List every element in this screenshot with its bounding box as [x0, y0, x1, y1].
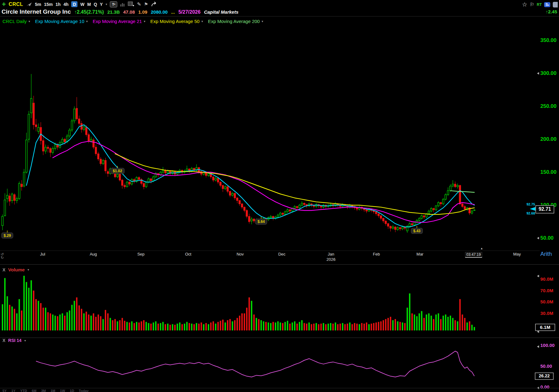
- timeframe-15m[interactable]: 15m: [44, 2, 53, 7]
- candle-up[interactable]: [153, 177, 154, 181]
- candle-down[interactable]: [86, 127, 87, 135]
- candle-up[interactable]: [54, 145, 56, 149]
- candle-up[interactable]: [73, 109, 75, 121]
- candle-up[interactable]: [215, 178, 217, 180]
- candle-up[interactable]: [11, 194, 13, 201]
- candle-down[interactable]: [229, 191, 231, 195]
- candle-down[interactable]: [35, 125, 37, 127]
- candle-down[interactable]: [88, 135, 90, 141]
- candle-up[interactable]: [438, 203, 439, 206]
- candle-up[interactable]: [442, 199, 444, 204]
- candle-up[interactable]: [232, 193, 233, 195]
- candle-down[interactable]: [380, 216, 382, 218]
- candle-up[interactable]: [45, 147, 46, 151]
- timeframe-monthly[interactable]: M: [87, 2, 91, 7]
- candle-up[interactable]: [7, 195, 8, 199]
- legend-ema10[interactable]: Exp Moving Average 10▾: [35, 19, 88, 24]
- candle-down[interactable]: [97, 154, 99, 159]
- candle-down[interactable]: [296, 206, 298, 208]
- range-shortcut-3m[interactable]: 3M: [41, 389, 46, 392]
- candle-up[interactable]: [145, 182, 147, 187]
- candle-down[interactable]: [464, 206, 466, 209]
- candle-down[interactable]: [462, 204, 463, 206]
- scale-mode-label[interactable]: Arith: [540, 251, 552, 257]
- flag-outline-icon[interactable]: ⚐: [530, 2, 534, 7]
- chart-canvas[interactable]: $.29$1.02$.64$.43: [0, 0, 559, 392]
- timeframe-4h[interactable]: 4h: [63, 2, 68, 7]
- scroll-latest-icon[interactable]: ▲: [480, 247, 483, 250]
- ticker-symbol[interactable]: CRCL: [9, 2, 23, 7]
- candle-up[interactable]: [418, 218, 420, 220]
- candle-down[interactable]: [95, 147, 97, 154]
- candle-up[interactable]: [167, 171, 169, 173]
- candle-up[interactable]: [402, 227, 403, 229]
- range-shortcut-5y[interactable]: 5Y: [2, 389, 7, 392]
- candle-down[interactable]: [78, 119, 80, 123]
- candle-down[interactable]: [383, 218, 384, 221]
- candle-up[interactable]: [299, 205, 300, 208]
- candle-up[interactable]: [471, 211, 473, 213]
- candle-down[interactable]: [385, 221, 386, 224]
- candle-up[interactable]: [421, 216, 422, 218]
- candle-up[interactable]: [117, 174, 118, 177]
- flag-banner-icon[interactable]: ⚑: [144, 2, 148, 7]
- candle-down[interactable]: [241, 204, 243, 207]
- candle-up[interactable]: [473, 210, 475, 210]
- candle-up[interactable]: [280, 213, 281, 215]
- candle-up[interactable]: [392, 227, 394, 228]
- candle-down[interactable]: [378, 214, 379, 216]
- rsi-dropdown-caret[interactable]: ▾: [24, 339, 26, 342]
- candle-down[interactable]: [454, 184, 456, 187]
- favorite-star-icon[interactable]: ☆: [522, 1, 527, 8]
- candle-down[interactable]: [138, 178, 140, 179]
- legend-ema21[interactable]: Exp Moving Average 21▾: [93, 19, 145, 24]
- range-shortcut-today[interactable]: Today: [79, 389, 89, 392]
- legend-symbol[interactable]: CRCL Daily▾: [2, 19, 30, 24]
- candle-up[interactable]: [38, 127, 39, 131]
- candle-up[interactable]: [225, 187, 226, 189]
- candle-down[interactable]: [217, 178, 219, 182]
- volume-title[interactable]: Volume: [8, 267, 25, 272]
- candle-down[interactable]: [143, 183, 145, 187]
- candle-down[interactable]: [411, 224, 413, 225]
- ellipsis-more[interactable]: ...: [171, 9, 175, 15]
- candle-up[interactable]: [30, 99, 32, 113]
- candle-up[interactable]: [452, 184, 454, 186]
- candle-up[interactable]: [186, 169, 188, 171]
- range-shortcut-1d[interactable]: 1D: [70, 389, 74, 392]
- candle-up[interactable]: [90, 139, 92, 141]
- candle-down[interactable]: [253, 219, 255, 221]
- candle-down[interactable]: [236, 198, 238, 201]
- candle-down[interactable]: [366, 210, 367, 211]
- legend-ema50[interactable]: Exp Moving Average 50▾: [150, 19, 203, 24]
- candle-up[interactable]: [447, 191, 449, 195]
- candle-down[interactable]: [64, 139, 66, 142]
- candle-up[interactable]: [83, 127, 85, 129]
- legend-ema200[interactable]: Exp Moving Average 200▾: [208, 19, 263, 24]
- range-shortcut-1w[interactable]: 1W: [60, 389, 65, 392]
- candle-up[interactable]: [270, 216, 272, 218]
- candle-down[interactable]: [14, 195, 15, 201]
- candle-down[interactable]: [423, 216, 425, 217]
- timeframe-quarterly[interactable]: Q: [94, 2, 97, 7]
- candle-down[interactable]: [93, 140, 94, 147]
- condition-grid-icon[interactable]: [128, 2, 134, 7]
- range-shortcut-ytd[interactable]: YTD: [20, 389, 27, 392]
- candle-down[interactable]: [107, 172, 109, 173]
- paper-plane-icon[interactable]: [26, 2, 32, 7]
- clipped-panel-icon[interactable]: [553, 2, 558, 7]
- candle-down[interactable]: [394, 227, 396, 229]
- candle-down[interactable]: [246, 210, 248, 216]
- candle-up[interactable]: [414, 222, 415, 225]
- bar-chart-icon[interactable]: [120, 2, 125, 7]
- candle-up[interactable]: [409, 224, 410, 226]
- candle-up[interactable]: [162, 170, 164, 172]
- candle-down[interactable]: [81, 123, 82, 129]
- candle-up[interactable]: [126, 182, 128, 187]
- candle-down[interactable]: [150, 179, 152, 181]
- candle-up[interactable]: [52, 149, 54, 153]
- candle-down[interactable]: [47, 147, 49, 148]
- candle-down[interactable]: [239, 201, 240, 204]
- tv-mode-icon[interactable]: T▾: [110, 1, 117, 7]
- candle-up[interactable]: [457, 185, 458, 187]
